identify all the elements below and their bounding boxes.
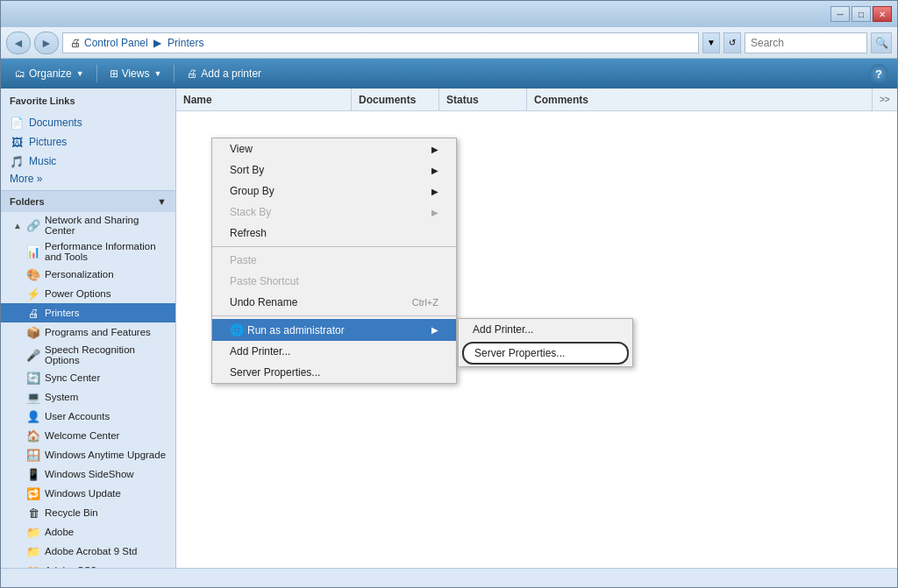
content-area[interactable]: View ▶ Sort By ▶ Group By ▶ Stack By ▶	[176, 111, 897, 568]
views-button[interactable]: ⊞ Views ▼	[104, 66, 167, 81]
folder-item-printers[interactable]: 🖨 Printers	[1, 303, 175, 322]
search-box[interactable]	[745, 32, 867, 53]
sidebar-item-pictures[interactable]: 🖼 Pictures	[1, 132, 175, 152]
folder-item-anytime[interactable]: 🪟 Windows Anytime Upgrade	[1, 445, 175, 464]
favorite-links: 📄 Documents 🖼 Pictures 🎵 Music More »	[1, 110, 175, 190]
forward-button[interactable]: ►	[34, 32, 59, 54]
power-icon: ⚡	[26, 287, 40, 301]
help-button[interactable]: ?	[869, 64, 888, 83]
folder-label: Speech Recognition Options	[45, 344, 170, 365]
recycle-icon: 🗑	[26, 506, 40, 520]
ctx-view[interactable]: View ▶	[212, 138, 456, 159]
add-printer-icon: 🖨	[187, 67, 197, 80]
folder-item-adobe[interactable]: 📁 Adobe	[1, 522, 175, 542]
ctx-run-as-admin[interactable]: 🌐 Run as administrator ▶ Add Printer... …	[212, 319, 456, 341]
ctx-paste-shortcut-label: Paste Shortcut	[230, 275, 299, 287]
submenu-add-printer[interactable]: Add Printer...	[459, 319, 632, 340]
organize-arrow: ▼	[76, 69, 84, 78]
speech-icon: 🎤	[26, 348, 40, 362]
ctx-add-printer[interactable]: Add Printer...	[212, 341, 456, 362]
column-more[interactable]: >>	[873, 89, 897, 110]
ctx-undo-rename[interactable]: Undo Rename Ctrl+Z	[212, 292, 456, 313]
ctx-admin-arrow: ▶	[431, 325, 438, 335]
search-input[interactable]	[751, 37, 861, 49]
folder-item-personalization[interactable]: 🎨 Personalization	[1, 265, 175, 284]
column-comments[interactable]: Comments	[527, 89, 873, 110]
maximize-button[interactable]: □	[852, 6, 871, 22]
column-documents[interactable]: Documents	[352, 89, 439, 110]
folders-header[interactable]: Folders ▼	[1, 190, 175, 212]
column-header: Name Documents Status Comments >>	[176, 89, 897, 111]
ctx-sort-by[interactable]: Sort By ▶	[212, 159, 456, 181]
toolbar: 🗂 Organize ▼ ⊞ Views ▼ 🖨 Add a printer ?	[1, 59, 897, 89]
close-button[interactable]: ✕	[873, 6, 892, 22]
ctx-paste: Paste	[212, 250, 456, 271]
folder-item-welcome[interactable]: 🏠 Welcome Center	[1, 426, 175, 445]
main-content: Favorite Links 📄 Documents 🖼 Pictures 🎵 …	[1, 89, 897, 568]
add-printer-label: Add a printer	[201, 67, 261, 80]
folder-item-speech[interactable]: 🎤 Speech Recognition Options	[1, 342, 175, 368]
folder-item-recycle[interactable]: 🗑 Recycle Bin	[1, 503, 175, 522]
sidebar-item-music[interactable]: 🎵 Music	[1, 152, 175, 171]
organize-label: Organize	[29, 67, 72, 80]
folder-list: ▲ 🔗 Network and Sharing Center 📊 Perform…	[1, 212, 175, 568]
folder-item-user-accounts[interactable]: 👤 User Accounts	[1, 407, 175, 426]
sidebar-item-documents[interactable]: 📄 Documents	[1, 113, 175, 132]
folder-label: Windows SideShow	[45, 469, 134, 479]
ctx-group-by[interactable]: Group By ▶	[212, 181, 456, 202]
folders-label: Folders	[10, 196, 45, 207]
views-arrow: ▼	[153, 69, 161, 78]
ctx-stack-label: Stack By	[230, 206, 271, 218]
update-icon: 🔁	[26, 486, 40, 500]
column-name[interactable]: Name	[176, 89, 352, 110]
main-window: ─ □ ✕ ◄ ► 🖨 Control Panel ▶ Printers ▼ ↺…	[0, 0, 898, 588]
submenu-server-properties[interactable]: Server Properties...	[462, 342, 629, 365]
folder-item-acrobat[interactable]: 📁 Adobe Acrobat 9 Std	[1, 542, 175, 561]
performance-icon: 📊	[26, 244, 40, 259]
minimize-button[interactable]: ─	[830, 6, 850, 22]
folder-label: Windows Anytime Upgrade	[45, 450, 166, 460]
search-button[interactable]: 🔍	[871, 32, 892, 53]
column-status-label: Status	[446, 94, 479, 106]
submenu: Add Printer... Server Properties...	[458, 318, 633, 367]
organize-icon: 🗂	[15, 67, 25, 80]
column-status[interactable]: Status	[439, 89, 527, 110]
submenu-add-printer-label: Add Printer...	[473, 323, 533, 336]
toolbar-separator-1	[96, 65, 97, 82]
ctx-group-arrow: ▶	[431, 187, 438, 196]
folder-item-system[interactable]: 💻 System	[1, 387, 175, 407]
refresh-button[interactable]: ↺	[723, 32, 741, 53]
ctx-view-arrow: ▶	[431, 145, 438, 154]
folder-item-power[interactable]: ⚡ Power Options	[1, 284, 175, 303]
folder-item-cs3[interactable]: 📁 Adobe CS3	[1, 561, 175, 568]
views-label: Views	[122, 67, 150, 80]
ctx-paste-shortcut: Paste Shortcut	[212, 271, 456, 292]
address-path: Control Panel ▶ Printers	[84, 37, 203, 49]
folder-label: Windows Update	[45, 488, 121, 499]
ctx-refresh-label: Refresh	[230, 227, 267, 239]
right-panel: Name Documents Status Comments >> V	[176, 89, 897, 568]
favorite-links-title: Favorite Links	[1, 89, 175, 110]
sidebar: Favorite Links 📄 Documents 🖼 Pictures 🎵 …	[1, 89, 176, 568]
address-icon: 🖨	[70, 37, 81, 49]
more-link[interactable]: More »	[1, 171, 175, 187]
folder-item-performance[interactable]: 📊 Performance Information and Tools	[1, 238, 175, 265]
folder-item-update[interactable]: 🔁 Windows Update	[1, 484, 175, 503]
window-controls: ─ □ ✕	[830, 6, 892, 22]
ctx-refresh[interactable]: Refresh	[212, 223, 456, 244]
ctx-server-props-label: Server Properties...	[230, 366, 320, 379]
address-field[interactable]: 🖨 Control Panel ▶ Printers	[62, 32, 699, 53]
folder-item-programs[interactable]: 📦 Programs and Features	[1, 322, 175, 342]
ctx-stack-arrow: ▶	[431, 208, 438, 217]
back-button[interactable]: ◄	[6, 32, 31, 54]
folder-label: Printers	[45, 308, 80, 318]
ctx-server-props[interactable]: Server Properties...	[212, 362, 456, 383]
organize-button[interactable]: 🗂 Organize ▼	[10, 66, 89, 81]
add-printer-button[interactable]: 🖨 Add a printer	[182, 66, 267, 81]
folder-item-sideshow[interactable]: 📱 Windows SideShow	[1, 464, 175, 484]
address-dropdown[interactable]: ▼	[702, 32, 720, 53]
ctx-sort-arrow: ▶	[431, 166, 438, 175]
ctx-group-label: Group By	[230, 185, 274, 197]
folder-item-sync[interactable]: 🔄 Sync Center	[1, 368, 175, 387]
folder-item-network[interactable]: ▲ 🔗 Network and Sharing Center	[1, 212, 175, 238]
